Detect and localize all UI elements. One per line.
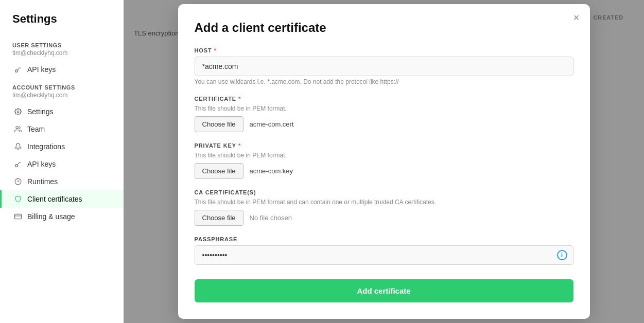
ca-certificates-choose-file-button[interactable]: Choose file: [195, 210, 243, 226]
key-icon: [14, 160, 22, 168]
host-field: HOST * You can use wildcards i.e. *.acme…: [195, 47, 573, 85]
account-settings-email: tim@checklyhq.com: [0, 92, 124, 103]
private-key-file-name: acme-com.key: [250, 167, 293, 175]
passphrase-label: PASSPHRASE: [195, 236, 573, 242]
main-content: CREATED TLS encryption (mTLS) is require…: [124, 0, 644, 323]
certificate-hint: This file should be in PEM format.: [195, 105, 573, 112]
modal-close-button[interactable]: ×: [573, 12, 580, 23]
ca-certificates-file-name: No file chosen: [250, 214, 292, 222]
key-icon: [14, 65, 22, 74]
ca-certificates-hint: This file should be in PEM format and ca…: [195, 199, 573, 206]
sidebar-item-api-keys-user[interactable]: API keys: [0, 61, 124, 78]
svg-point-3: [15, 165, 18, 167]
sidebar-item-runtimes[interactable]: Runtimes: [0, 173, 124, 190]
passphrase-input[interactable]: [195, 245, 573, 265]
certificate-required: *: [238, 96, 241, 102]
user-settings-section-label: USER SETTINGS: [0, 36, 124, 49]
certificate-choose-file-button[interactable]: Choose file: [195, 116, 243, 132]
host-required: *: [214, 47, 217, 53]
private-key-label: PRIVATE KEY *: [195, 142, 573, 149]
sidebar-item-label: Client certificates: [27, 195, 82, 203]
certificate-file-row: Choose file acme-com.cert: [195, 116, 573, 132]
sidebar-item-api-keys[interactable]: API keys: [0, 155, 124, 173]
certificate-file-name: acme-com.cert: [250, 120, 294, 128]
private-key-field: PRIVATE KEY * This file should be in PEM…: [195, 142, 573, 179]
svg-rect-5: [15, 214, 22, 219]
sidebar-item-billing[interactable]: Billing & usage: [0, 208, 124, 225]
shield-icon: [14, 195, 22, 203]
host-label: HOST *: [195, 47, 573, 53]
ca-certificates-field: CA CERTIFICATE(S) This file should be in…: [195, 189, 573, 226]
private-key-required: *: [238, 142, 241, 149]
modal-title: Add a client certificate: [195, 21, 573, 35]
sidebar-item-label: Team: [27, 125, 45, 133]
sidebar-item-settings[interactable]: Settings: [0, 103, 124, 120]
card-icon: [14, 212, 22, 221]
svg-point-1: [17, 111, 19, 113]
sidebar-item-team[interactable]: Team: [0, 120, 124, 138]
bell-icon: [14, 142, 22, 151]
host-input[interactable]: [195, 57, 573, 76]
sidebar-item-label: Runtimes: [27, 177, 58, 186]
page-title: Settings: [0, 12, 124, 36]
ca-certificates-file-row: Choose file No file chosen: [195, 210, 573, 226]
sidebar-item-client-certificates[interactable]: Client certificates: [0, 190, 124, 208]
people-icon: [14, 125, 22, 133]
user-settings-email: tim@checklyhq.com: [0, 49, 124, 61]
sidebar-item-label: Settings: [27, 107, 54, 116]
private-key-hint: This file should be in PEM format.: [195, 152, 573, 159]
sidebar: Settings USER SETTINGS tim@checklyhq.com…: [0, 0, 124, 323]
gear-icon: [14, 107, 22, 116]
clock-icon: [14, 177, 22, 186]
private-key-choose-file-button[interactable]: Choose file: [195, 163, 243, 179]
private-key-file-row: Choose file acme-com.key: [195, 163, 573, 179]
svg-point-2: [16, 127, 19, 129]
sidebar-item-integrations[interactable]: Integrations: [0, 138, 124, 155]
passphrase-field: PASSPHRASE i: [195, 236, 573, 265]
sidebar-item-label: Billing & usage: [27, 212, 75, 221]
host-hint: You can use wildcards i.e. *.acme.com. D…: [195, 78, 573, 85]
svg-point-0: [15, 70, 18, 73]
modal-overlay: × Add a client certificate HOST * You ca…: [124, 0, 644, 323]
passphrase-wrapper: i: [195, 245, 573, 265]
account-settings-section-label: ACCOUNT SETTINGS: [0, 78, 124, 92]
passphrase-info-icon[interactable]: i: [557, 250, 567, 260]
add-certificate-button[interactable]: Add certificate: [195, 279, 573, 302]
modal: × Add a client certificate HOST * You ca…: [178, 4, 590, 319]
sidebar-item-label: Integrations: [27, 142, 65, 151]
ca-certificates-label: CA CERTIFICATE(S): [195, 189, 573, 195]
sidebar-item-label: API keys: [27, 160, 56, 168]
certificate-label: CERTIFICATE *: [195, 96, 573, 102]
sidebar-item-label: API keys: [27, 65, 56, 74]
certificate-field: CERTIFICATE * This file should be in PEM…: [195, 96, 573, 132]
